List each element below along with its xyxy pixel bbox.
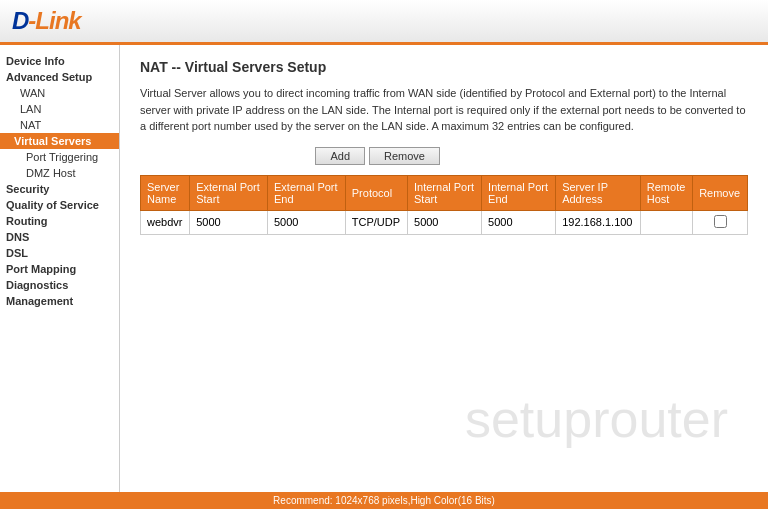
footer: Recommend: 1024x768 pixels,High Color(16… bbox=[0, 492, 768, 509]
watermark: setuprouter bbox=[465, 389, 728, 449]
sidebar-item-virtual-servers[interactable]: Virtual Servers bbox=[0, 133, 119, 149]
cell-ext-port-end: 5000 bbox=[268, 210, 346, 234]
remove-button[interactable]: Remove bbox=[369, 147, 440, 165]
cell-int-port-start: 5000 bbox=[408, 210, 482, 234]
sidebar-item-diagnostics[interactable]: Diagnostics bbox=[0, 277, 119, 293]
col-server-name: ServerName bbox=[141, 175, 190, 210]
cell-int-port-end: 5000 bbox=[482, 210, 556, 234]
main-content: NAT -- Virtual Servers Setup Virtual Ser… bbox=[120, 45, 768, 509]
sidebar-item-nat[interactable]: NAT bbox=[0, 117, 119, 133]
sidebar-item-dns[interactable]: DNS bbox=[0, 229, 119, 245]
sidebar-item-dmz-host[interactable]: DMZ Host bbox=[0, 165, 119, 181]
cell-protocol: TCP/UDP bbox=[345, 210, 407, 234]
sidebar-item-device-info[interactable]: Device Info bbox=[0, 53, 119, 69]
sidebar-item-wan[interactable]: WAN bbox=[0, 85, 119, 101]
cell-remove-checkbox[interactable] bbox=[693, 210, 748, 234]
sidebar-item-port-mapping[interactable]: Port Mapping bbox=[0, 261, 119, 277]
virtual-servers-table: ServerName External PortStart External P… bbox=[140, 175, 748, 235]
table-row: webdvr 5000 5000 TCP/UDP 5000 5000 192.1… bbox=[141, 210, 748, 234]
col-remote-host: RemoteHost bbox=[640, 175, 692, 210]
sidebar-item-port-triggering[interactable]: Port Triggering bbox=[0, 149, 119, 165]
col-int-port-end: Internal PortEnd bbox=[482, 175, 556, 210]
button-row: Add Remove bbox=[140, 147, 440, 165]
dlink-logo: D-Link bbox=[12, 7, 81, 35]
description: Virtual Server allows you to direct inco… bbox=[140, 85, 748, 135]
cell-remote-host bbox=[640, 210, 692, 234]
col-server-ip: Server IPAddress bbox=[556, 175, 641, 210]
sidebar: Device Info Advanced Setup WAN LAN NAT V… bbox=[0, 45, 120, 509]
col-ext-port-start: External PortStart bbox=[190, 175, 268, 210]
layout: Device Info Advanced Setup WAN LAN NAT V… bbox=[0, 45, 768, 509]
sidebar-item-security[interactable]: Security bbox=[0, 181, 119, 197]
sidebar-item-lan[interactable]: LAN bbox=[0, 101, 119, 117]
col-protocol: Protocol bbox=[345, 175, 407, 210]
sidebar-item-routing[interactable]: Routing bbox=[0, 213, 119, 229]
page-title: NAT -- Virtual Servers Setup bbox=[140, 59, 748, 75]
cell-server-name: webdvr bbox=[141, 210, 190, 234]
add-button[interactable]: Add bbox=[315, 147, 365, 165]
header: D-Link bbox=[0, 0, 768, 45]
sidebar-item-qos[interactable]: Quality of Service bbox=[0, 197, 119, 213]
sidebar-item-advanced-setup[interactable]: Advanced Setup bbox=[0, 69, 119, 85]
sidebar-item-dsl[interactable]: DSL bbox=[0, 245, 119, 261]
col-int-port-start: Internal PortStart bbox=[408, 175, 482, 210]
col-ext-port-end: External PortEnd bbox=[268, 175, 346, 210]
cell-server-ip: 192.168.1.100 bbox=[556, 210, 641, 234]
cell-ext-port-start: 5000 bbox=[190, 210, 268, 234]
sidebar-item-management[interactable]: Management bbox=[0, 293, 119, 309]
col-remove: Remove bbox=[693, 175, 748, 210]
remove-checkbox[interactable] bbox=[714, 215, 727, 228]
